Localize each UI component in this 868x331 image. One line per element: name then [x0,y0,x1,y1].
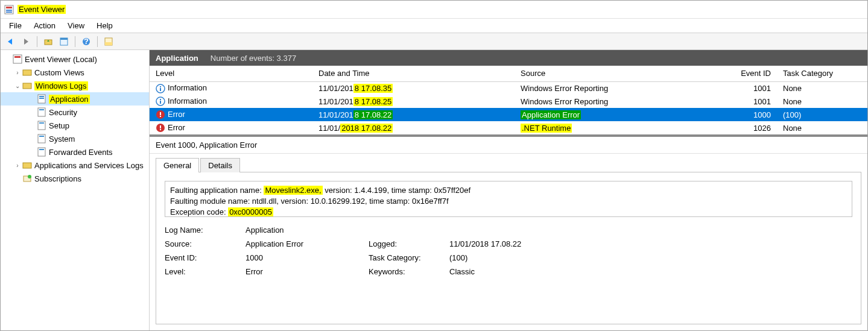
log-name-label: Log Name: [165,225,243,235]
log-icon [37,147,46,157]
toolbar-separator [97,36,98,47]
tree-forwarded[interactable]: Forwarded Events [1,145,149,159]
svg-rect-26 [23,163,31,168]
desc-text: Faulting application name: [170,186,264,195]
level-value: Error [246,267,366,276]
tree-windows-logs[interactable]: ⌄ Windows Logs [1,79,149,92]
col-level[interactable]: Level [150,66,312,81]
collapse-icon[interactable]: ⌄ [14,83,21,89]
svg-rect-30 [160,88,161,91]
event-description: Faulting application name: Moveslink2.ex… [165,181,852,217]
content-header: Application Number of events: 3.377 [150,50,867,66]
folder-icon [22,160,32,170]
app-icon [4,5,14,14]
menu-file[interactable]: File [3,19,28,32]
svg-rect-16 [39,96,44,97]
error-icon [156,110,165,119]
svg-rect-1 [6,7,12,8]
toolbar: ? [1,33,867,50]
body: Event Viewer (Local) › Custom Views ⌄ Wi… [1,50,867,330]
log-icon [37,121,46,130]
col-date[interactable]: Date and Time [312,66,515,81]
table-row[interactable]: Error11/01/2018 17.08.22.NET Runtime1026… [150,121,867,134]
up-folder-button[interactable] [41,35,55,48]
detail-tabs: General Details [150,154,867,172]
svg-rect-21 [39,122,44,124]
svg-rect-14 [23,83,31,89]
logged-label: Logged: [369,239,447,248]
tree-label: Setup [49,121,69,130]
properties-button[interactable] [57,35,71,48]
svg-rect-39 [160,125,161,128]
tab-details[interactable]: Details [200,158,240,172]
tab-general[interactable]: General [156,158,199,172]
svg-rect-25 [39,149,44,150]
tree-label: Subscriptions [34,174,81,183]
tree-apps-services[interactable]: › Applications and Services Logs [1,159,149,172]
faulting-app-name: Moveslink2.exe, [264,186,322,195]
exception-code: 0xc0000005 [228,207,273,216]
col-source[interactable]: Source [515,66,729,81]
svg-point-28 [28,175,31,178]
expand-icon[interactable]: › [14,162,21,169]
help-button[interactable]: ? [79,35,93,48]
tree-label: Security [49,108,77,117]
tree-label: Custom Views [34,68,84,77]
table-row[interactable]: Information11/01/2018 17.08.35Windows Er… [150,81,867,95]
svg-text:?: ? [84,37,89,46]
event-count: Number of events: 3.377 [211,54,296,63]
tree-label: Event Viewer (Local) [25,55,97,64]
svg-rect-17 [39,98,44,99]
svg-rect-6 [60,38,68,40]
tree-security[interactable]: Security [1,106,149,119]
tree-system[interactable]: System [1,132,149,145]
source-label: Source: [165,239,243,248]
tree-label: System [49,134,75,143]
svg-rect-31 [160,86,161,87]
desc-text: Faulting module name: ntdll.dll, version… [170,196,847,207]
keywords-value: Classic [449,267,570,276]
menu-action[interactable]: Action [28,19,62,32]
svg-rect-36 [160,112,161,115]
source-value: Application Error [246,239,366,248]
folder-icon [22,68,32,77]
menu-help[interactable]: Help [90,19,119,32]
menu-view[interactable]: View [62,19,90,32]
eventid-label: Event ID: [165,253,243,262]
tree-subscriptions[interactable]: Subscriptions [1,172,149,185]
titlebar: Event Viewer [1,1,867,19]
navigation-tree: Event Viewer (Local) › Custom Views ⌄ Wi… [1,50,150,330]
tree-custom-views[interactable]: › Custom Views [1,66,149,79]
tab-body-general: Faulting application name: Moveslink2.ex… [156,172,861,324]
keywords-label: Keywords: [369,267,447,276]
tree-setup[interactable]: Setup [1,119,149,132]
menubar: File Action View Help [1,19,867,33]
detail-pane: Event 1000, Application Error General De… [150,134,867,330]
back-button[interactable] [3,35,17,48]
subscription-icon [22,174,32,183]
table-row[interactable]: Information11/01/2018 17.08.25Windows Er… [150,95,867,108]
svg-rect-19 [39,109,44,110]
col-eventid[interactable]: Event ID [729,66,777,81]
svg-rect-40 [160,129,161,130]
detail-properties: Log Name: Application Source: Applicatio… [165,225,852,276]
col-taskcat[interactable]: Task Category [777,66,867,81]
svg-rect-37 [160,116,161,117]
info-icon [156,96,165,106]
log-icon [37,107,46,117]
tree-label: Application [49,95,90,104]
error-icon [156,123,165,133]
table-row[interactable]: Error11/01/2018 17.08.22Application Erro… [150,108,867,121]
toolbar-separator [75,36,75,47]
toolbar-separator [37,36,37,47]
svg-rect-13 [23,70,31,75]
desc-text: Exception code: [170,207,228,216]
tree-application[interactable]: Application [1,92,149,106]
svg-rect-12 [14,56,21,58]
tree-root[interactable]: Event Viewer (Local) [1,52,149,66]
preview-pane-button[interactable] [101,35,116,48]
expand-icon[interactable]: › [14,69,21,76]
forward-button[interactable] [19,35,33,48]
log-name-value: Application [246,225,366,235]
eventviewer-icon [13,54,22,64]
